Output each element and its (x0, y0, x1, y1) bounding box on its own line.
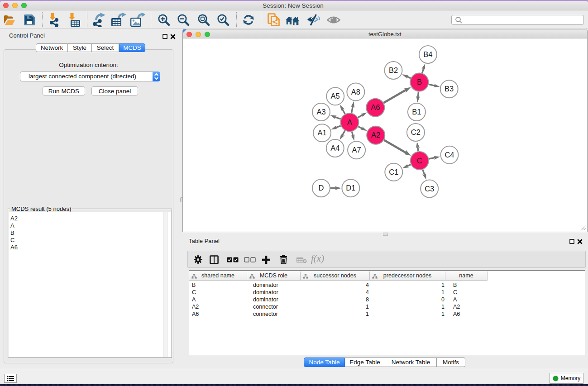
svg-text:B2: B2 (389, 66, 398, 74)
svg-text:D1: D1 (346, 184, 355, 192)
svg-text:C4: C4 (445, 151, 454, 159)
svg-text:A6: A6 (371, 103, 380, 111)
svg-text:C1: C1 (389, 168, 398, 176)
svg-text:B1: B1 (412, 108, 421, 116)
svg-text:C2: C2 (411, 128, 421, 136)
svg-text:A3: A3 (316, 108, 325, 116)
svg-text:A5: A5 (331, 92, 340, 100)
svg-text:A2: A2 (371, 131, 380, 139)
svg-text:A7: A7 (352, 146, 361, 154)
svg-text:B4: B4 (423, 50, 432, 58)
svg-text:D: D (319, 184, 324, 192)
svg-text:A8: A8 (351, 88, 360, 96)
svg-text:B: B (417, 78, 422, 86)
svg-text:A1: A1 (318, 129, 327, 137)
svg-text:A: A (347, 118, 352, 126)
svg-text:B3: B3 (445, 85, 454, 93)
svg-text:C3: C3 (425, 185, 434, 193)
svg-text:C: C (417, 157, 422, 165)
svg-text:A4: A4 (330, 144, 339, 152)
